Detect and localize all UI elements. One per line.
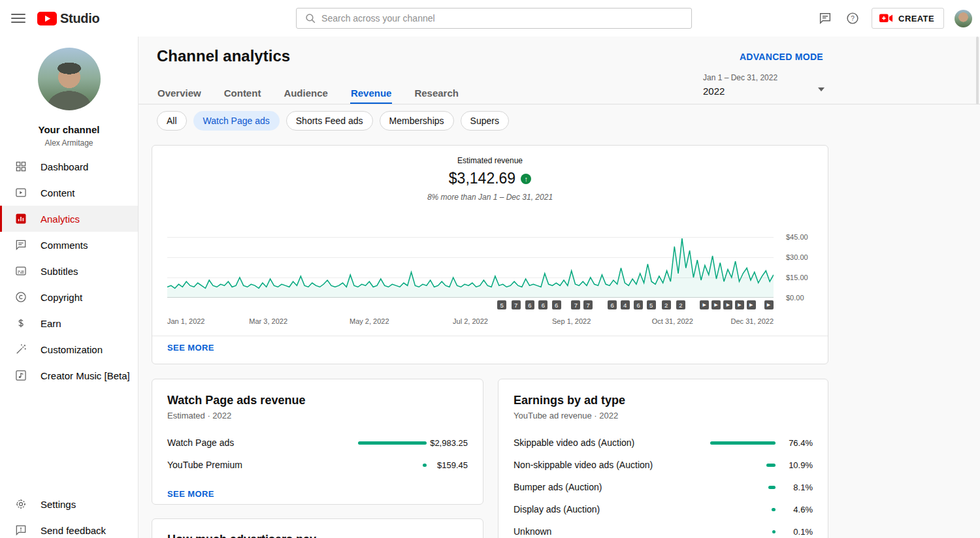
video-publish-play-marker[interactable]: ▶ [764,300,774,309]
video-count-marker[interactable]: 7 [583,300,593,309]
value-bar [772,530,776,533]
list-item[interactable]: YouTube Premium $159.45 [167,458,468,471]
video-publish-play-marker[interactable]: ▶ [711,300,721,309]
video-publish-markers: 5766677646522▶▶▶▶▶▶ [167,300,774,309]
sidebar-item-copyright[interactable]: Copyright [0,284,138,310]
menu-hamburger-icon[interactable] [11,11,25,25]
tab-audience[interactable]: Audience [283,84,329,104]
card-subtitle: YouTube ad revenue · 2022 [514,411,813,420]
sidebar-item-send-feedback[interactable]: Send feedback [0,517,138,538]
x-axis-label: Dec 31, 2022 [731,317,774,325]
x-axis-label: Mar 3, 2022 [249,317,287,325]
youtube-studio-logo[interactable]: Studio [37,11,99,26]
search-input[interactable] [321,13,691,24]
x-axis-label: Jul 2, 2022 [453,317,488,325]
x-axis-label: Oct 31, 2022 [652,317,693,325]
video-count-marker[interactable]: 5 [647,300,656,309]
sidebar-item-creator-music[interactable]: Creator Music [Beta] [0,362,138,388]
dashboard-icon [14,159,28,174]
card-subtitle: Estimated · 2022 [167,411,468,420]
sidebar-nav: Dashboard Content Analytics Comments Sub… [0,153,138,388]
account-avatar[interactable] [955,10,972,27]
page-title: Channel analytics [157,47,290,65]
settings-icon [14,497,28,511]
list-item[interactable]: Non-skippable video ads (Auction) 10.9% [514,458,813,471]
sidebar: Your channel Alex Armitage Dashboard Con… [0,37,139,538]
feedback-icon[interactable] [817,10,834,27]
video-count-marker[interactable]: 2 [676,300,685,309]
tab-content[interactable]: Content [223,84,262,104]
subtitles-icon [14,264,28,278]
video-count-marker[interactable]: 7 [571,300,580,309]
tabs-divider [139,104,980,104]
watch-page-ads-revenue-card: Watch Page ads revenue Estimated · 2022 … [152,379,483,505]
sidebar-item-content[interactable]: Content [0,180,138,206]
video-count-marker[interactable]: 6 [525,300,534,309]
svg-text:?: ? [851,15,855,22]
revenue-line-chart[interactable] [167,237,774,298]
customization-icon [14,342,28,356]
sidebar-item-earn[interactable]: Earn [0,310,138,336]
channel-avatar[interactable] [38,48,101,110]
y-axis-label: $15.00 [786,274,808,281]
card-divider [152,336,828,336]
revenue-chart-plot-area[interactable] [167,237,774,298]
x-axis-label: Sep 1, 2022 [552,317,591,325]
revenue-filter-chips: All Watch Page ads Shorts Feed ads Membe… [157,111,509,131]
metric-comparison: 8% more than Jan 1 – Dec 31, 2021 [152,193,828,202]
video-count-marker[interactable]: 6 [538,300,547,309]
youtube-play-icon [37,12,57,25]
tab-research[interactable]: Research [414,84,459,104]
value-bar [358,441,427,445]
create-button[interactable]: CREATE [872,8,944,29]
list-item[interactable]: Display ads (Auction) 4.6% [514,503,813,516]
video-count-marker[interactable]: 6 [552,300,561,309]
metric-value: $3,142.69 [449,170,515,187]
video-count-marker[interactable]: 6 [608,300,617,309]
chip-watch-page-ads[interactable]: Watch Page ads [193,111,280,131]
video-publish-play-marker[interactable]: ▶ [747,300,756,309]
sidebar-item-subtitles[interactable]: Subtitles [0,258,138,284]
list-item[interactable]: Unknown 0.1% [514,525,813,538]
content-icon [14,185,28,200]
topbar: Studio ? CREATE [0,0,980,37]
see-more-link[interactable]: SEE MORE [167,489,214,499]
sidebar-item-customization[interactable]: Customization [0,336,138,362]
chip-shorts-feed-ads[interactable]: Shorts Feed ads [286,111,373,131]
tab-overview[interactable]: Overview [157,84,202,104]
value-bar [772,508,776,511]
advanced-mode-link[interactable]: ADVANCED MODE [740,52,823,62]
date-range-picker[interactable]: Jan 1 – Dec 31, 2022 2022 [703,73,828,103]
list-item[interactable]: Watch Page ads $2,983.25 [167,436,468,449]
video-count-marker[interactable]: 4 [621,300,630,309]
scrollbar-thumb[interactable] [976,37,979,104]
video-count-marker[interactable]: 7 [512,300,521,309]
y-axis-label: $30.00 [786,253,808,261]
sidebar-item-analytics[interactable]: Analytics [0,206,138,232]
chevron-down-icon [818,87,825,91]
chip-all[interactable]: All [157,111,187,131]
list-item[interactable]: Skippable video ads (Auction) 76.4% [514,436,813,449]
sidebar-item-comments[interactable]: Comments [0,232,138,258]
video-count-marker[interactable]: 2 [662,300,671,309]
video-publish-play-marker[interactable]: ▶ [700,300,709,309]
earnings-by-ad-type-card: Earnings by ad type YouTube ad revenue ·… [498,379,828,538]
video-publish-play-marker[interactable]: ▶ [723,300,732,309]
sidebar-item-settings[interactable]: Settings [0,491,138,517]
help-icon[interactable]: ? [844,10,861,27]
list-item[interactable]: Bumper ads (Auction) 8.1% [514,481,813,494]
analytics-icon [14,212,28,226]
tab-revenue[interactable]: Revenue [350,84,393,104]
sidebar-item-dashboard[interactable]: Dashboard [0,153,138,180]
creator-music-icon [14,368,28,383]
video-publish-play-marker[interactable]: ▶ [735,300,744,309]
video-count-marker[interactable]: 6 [634,300,643,309]
chip-memberships[interactable]: Memberships [380,111,454,131]
chip-supers[interactable]: Supers [461,111,509,131]
advertisers-pay-card: How much advertisers pay [152,518,483,538]
value-bar [710,441,776,445]
see-more-link[interactable]: SEE MORE [167,343,214,353]
brand-name: Studio [60,11,99,26]
y-axis: $45.00 $30.00 $15.00 $0.00 [786,237,825,298]
video-count-marker[interactable]: 5 [497,300,506,309]
